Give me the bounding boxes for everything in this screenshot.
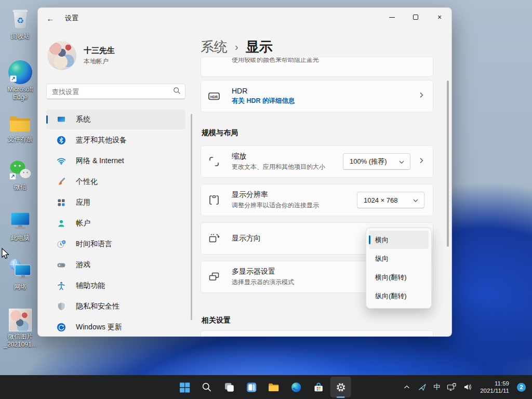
nav-item-personalization[interactable]: 个性化 (46, 172, 185, 192)
night-light-description: 使用较暖的颜色来帮助阻止蓝光 (232, 58, 319, 64)
nav-item-gaming[interactable]: 游戏 (46, 255, 185, 275)
gamepad-icon (57, 260, 66, 270)
store-icon (312, 381, 324, 393)
user-name: 十三先生 (84, 46, 115, 56)
desktop-icon-folder[interactable]: 文件存放 (0, 108, 41, 143)
nav-item-apps[interactable]: 应用 (46, 193, 185, 212)
close-button[interactable]: × (428, 8, 451, 26)
scale-description: 更改文本、应用和其他项目的大小 (232, 163, 343, 171)
breadcrumb: 系统 › 显示 (201, 38, 451, 56)
desktop-icon-recycle-bin[interactable]: ♻ 回收站 (0, 5, 41, 41)
clock-icon (57, 240, 66, 249)
ime-indicator[interactable]: 中 (433, 382, 440, 392)
flyout-option-portrait-flipped[interactable]: 纵向(翻转) (369, 287, 429, 305)
maximize-button[interactable] (404, 8, 428, 26)
nav-item-windows-update[interactable]: Windows 更新 (46, 317, 185, 337)
store-button[interactable] (308, 377, 329, 397)
scale-row[interactable]: 缩放 更改文本、应用和其他项目的大小 100% (推荐) (201, 145, 433, 178)
person-icon (57, 219, 66, 228)
resolution-dropdown[interactable]: 532 × 399 (357, 192, 424, 208)
tray-paper-plane-icon[interactable] (418, 383, 427, 392)
titlebar[interactable]: ← 设置 × (38, 8, 451, 29)
wechat-icon (8, 156, 33, 182)
flyout-option-portrait[interactable]: 纵向 (369, 249, 429, 268)
clock[interactable]: 11:59 2021/11/11 (480, 380, 509, 394)
tray-time: 11:59 (480, 380, 509, 387)
search-input[interactable] (52, 88, 173, 96)
brush-icon (57, 177, 66, 187)
notification-badge[interactable]: 2 (517, 383, 526, 392)
minimize-icon (389, 17, 395, 18)
folder-icon (8, 108, 32, 134)
desktop-icon-wechat[interactable]: 微信 (0, 156, 41, 191)
breadcrumb-root[interactable]: 系统 (201, 38, 228, 56)
settings-search[interactable] (46, 84, 185, 99)
nav-item-time-language[interactable]: 时间和语言 (46, 234, 185, 254)
scale-title: 缩放 (232, 152, 343, 161)
edge-icon (290, 381, 302, 393)
desktop-wallpaper: ♻ 回收站 Microsoft Edge 文件存放 微信 此电脑 网络 (0, 0, 532, 399)
desktop-icon-wechat-image[interactable]: 微信图片 _2021091... (0, 305, 41, 349)
multi-display-icon (207, 270, 221, 284)
maximize-icon (413, 15, 418, 20)
nav-item-bluetooth[interactable]: 蓝牙和其他设备 (46, 130, 185, 150)
shortcut-arrow-icon (10, 75, 17, 84)
window-title: 设置 (65, 14, 78, 23)
scale-icon (207, 155, 221, 168)
selected-indicator (46, 115, 48, 124)
content-scrollbar[interactable] (447, 81, 449, 247)
desktop-icon-this-pc[interactable]: 此电脑 (0, 207, 41, 242)
breadcrumb-separator-icon: › (235, 41, 238, 53)
shortcut-arrow-icon (9, 172, 16, 182)
settings-app-button[interactable] (330, 377, 351, 397)
resolution-row[interactable]: 显示分辨率 调整分辨率以适合你的连接显示 532 × 399 (201, 184, 433, 216)
hdr-more-info-link[interactable]: 有关 HDR 的详细信息 (232, 97, 410, 105)
night-light-row-clipped[interactable]: 使用较暖的颜色来帮助阻止蓝光 (201, 58, 433, 77)
scale-value: 100% (推荐) (350, 157, 387, 166)
gear-icon (335, 381, 347, 393)
edge-button[interactable] (286, 377, 307, 397)
nav-item-privacy[interactable]: 隐私和安全性 (46, 297, 185, 316)
chevron-right-icon (418, 91, 424, 101)
start-button[interactable] (174, 377, 195, 397)
system-icon (57, 115, 66, 124)
desktop-icon-edge[interactable]: Microsoft Edge (0, 58, 41, 101)
taskbar-search-button[interactable] (196, 377, 217, 397)
image-thumbnail-icon (9, 305, 32, 331)
flyout-option-landscape-flipped[interactable]: 横向(翻转) (369, 268, 429, 286)
tray-date: 2021/11/11 (480, 387, 509, 394)
section-heading-scale-layout: 规模与布局 (202, 128, 451, 138)
hdr-icon: HDR (207, 89, 221, 103)
nav-item-accounts[interactable]: 帐户 (46, 214, 185, 233)
settings-nav: 系统 蓝牙和其他设备 网络 & Internet 个性化 应用 (46, 110, 185, 337)
sidebar-scrollbar[interactable] (191, 114, 192, 320)
windows-logo-icon (178, 381, 190, 393)
nav-item-system[interactable]: 系统 (46, 110, 185, 129)
close-icon: × (437, 14, 442, 21)
nav-item-network[interactable]: 网络 & Internet (46, 151, 185, 171)
hdr-row[interactable]: HDR HDR 有关 HDR 的详细信息 (201, 80, 433, 112)
flyout-option-landscape[interactable]: 横向 (369, 231, 429, 249)
volume-icon[interactable] (463, 383, 472, 391)
desktop-icon-label: 微信 (14, 183, 26, 191)
task-view-icon (223, 381, 235, 393)
back-button[interactable]: ← (42, 11, 59, 25)
svg-text:HDR: HDR (210, 95, 218, 99)
chevron-right-icon (418, 157, 424, 166)
network-tray-icon[interactable] (447, 383, 457, 392)
desktop-icon-label: Microsoft Edge (0, 86, 41, 101)
file-explorer-button[interactable] (263, 377, 284, 397)
orientation-flyout: 横向 纵向 横向(翻转) 纵向(翻转) (366, 228, 432, 309)
nav-item-accessibility[interactable]: 辅助功能 (46, 276, 185, 296)
section-heading-related: 相关设置 (202, 316, 451, 325)
tray-chevron-up-icon[interactable] (403, 383, 411, 391)
search-icon (201, 381, 212, 393)
task-view-button[interactable] (219, 377, 240, 397)
search-icon (173, 87, 181, 97)
resolution-icon (207, 193, 221, 207)
advanced-display-row-clipped[interactable]: 高级显示 (201, 330, 433, 337)
scale-dropdown[interactable]: 100% (推荐) (343, 153, 410, 170)
minimize-button[interactable] (380, 8, 404, 26)
user-profile[interactable]: 十三先生 本地帐户 (47, 41, 194, 70)
widgets-button[interactable] (241, 377, 262, 397)
